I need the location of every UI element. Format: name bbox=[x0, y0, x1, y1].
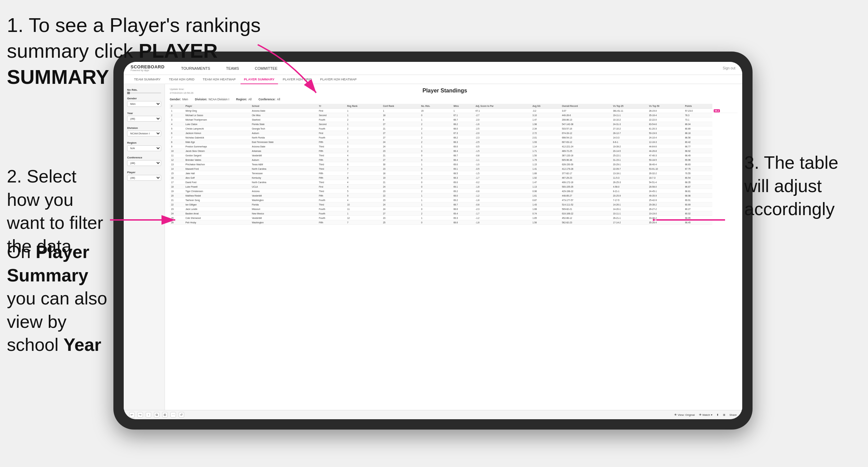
table-row: 3Michael ThorbjornsenStanfordFourth28168… bbox=[170, 118, 737, 122]
table-row: 8Mats EgeEast Tennessee StateFifth124268… bbox=[170, 140, 737, 144]
tab-player-h2h-grid[interactable]: PLAYER H2H GRID bbox=[279, 75, 315, 84]
col-no-rds: No. Rds. bbox=[420, 104, 452, 109]
col-reg-rank: Reg Rank bbox=[346, 104, 381, 109]
table-row: 2Michael Le SassoOle MissSecond118067.1-… bbox=[170, 113, 737, 118]
ann1-text: 1. To see a Player's rankings summary cl… bbox=[7, 14, 261, 88]
tablet-screen: SCOREBOARD Powered by dippi TOURNAMENTS … bbox=[124, 62, 742, 419]
main-content: No Rds. Gender Men Year (All) Division N… bbox=[124, 84, 742, 410]
col-player: Player bbox=[184, 104, 251, 109]
table-row: 6Jackson KoivunAuburnFirst127167.3-2.02.… bbox=[170, 131, 737, 135]
sidebar: No Rds. Gender Men Year (All) Division N… bbox=[124, 84, 165, 410]
annotation-step3: 3. The table will adjust accordingly bbox=[744, 151, 861, 221]
filter-region: Region: All bbox=[236, 98, 252, 101]
toolbar-view-section: 👁 View: Original 👁 Watch ▾ ⬆ ⊞ Share bbox=[674, 413, 737, 416]
annotation-step4: On Player Summary you can also view by s… bbox=[7, 241, 120, 357]
sidebar-gender-label: Gender bbox=[127, 97, 161, 100]
filter-conference: Conference: All bbox=[258, 98, 280, 101]
back-button[interactable]: ‹ bbox=[146, 412, 151, 418]
paste-button[interactable]: ⊞ bbox=[162, 412, 168, 418]
sidebar-division-select[interactable]: NCAA Division I bbox=[127, 131, 161, 136]
col-yr: Yr bbox=[318, 104, 346, 109]
table-row: 24Bastien AmatNew MexicoFourth127269.4-1… bbox=[170, 211, 737, 216]
col-conf-rank: Conf Rank bbox=[381, 104, 420, 109]
col-rank: # bbox=[170, 104, 184, 109]
nav-right: Sign out bbox=[723, 66, 735, 70]
sidebar-year-label: Year bbox=[127, 112, 161, 115]
standings-title: Player Standings bbox=[193, 88, 696, 94]
view-original-label[interactable]: 👁 View: Original bbox=[674, 413, 694, 416]
tablet-device: SCOREBOARD Powered by dippi TOURNAMENTS … bbox=[113, 52, 753, 430]
sidebar-gender-select[interactable]: Men bbox=[127, 101, 161, 107]
filter-division: Division: NCAA Division I bbox=[195, 98, 229, 101]
table-row: 13Phichaksn MaichonTexas A&MThird630169.… bbox=[170, 162, 737, 167]
col-points: Points bbox=[683, 104, 712, 109]
table-row: 16Alex GoffKentuckyFifth819068.3-1.71.92… bbox=[170, 176, 737, 180]
table-row: 5Christo LamprechtGeorgia TechFourth2212… bbox=[170, 126, 737, 131]
table-row: 10Jacob Skov OlesenArkansasFifth223068.4… bbox=[170, 149, 737, 153]
copy-button[interactable]: ⧉ bbox=[154, 412, 159, 418]
table-row: 15Jake HallTennesseeFifth718068.5-1.51.6… bbox=[170, 171, 737, 176]
sidebar-conference-select[interactable]: (All) bbox=[127, 160, 161, 166]
refresh-button[interactable]: ↺ bbox=[179, 412, 184, 418]
options-button[interactable]: ⋯ bbox=[170, 412, 176, 418]
bottom-toolbar: ↩ ↪ ‹ ⧉ ⊞ ⋯ ↺ 👁 View: Original 👁 Watch ▾… bbox=[124, 410, 742, 419]
col-vs-top50: Vs Top 50 bbox=[648, 104, 684, 109]
sidebar-region-select[interactable]: N/A bbox=[127, 145, 161, 151]
table-area: Update time:27/03/2024 16:56:26 Player S… bbox=[165, 84, 742, 410]
sidebar-conference-label: Conference bbox=[127, 156, 161, 159]
col-school: School bbox=[251, 104, 318, 109]
table-row: 18Luke PowellUCLAFirst424069.1-1.81.1350… bbox=[170, 185, 737, 189]
col-vs-top25: Vs Top 25 bbox=[612, 104, 648, 109]
grid-button[interactable]: ⊞ bbox=[723, 413, 725, 416]
sign-out-link[interactable]: Sign out bbox=[723, 66, 735, 70]
table-row: 20Matthew RiedelVanderbiltFifth922168.0-… bbox=[170, 193, 737, 198]
table-row: 11Gordon SargentVanderbiltThird421068.7-… bbox=[170, 153, 737, 158]
sidebar-player-label: Player bbox=[127, 171, 161, 174]
export-button[interactable]: ⬆ bbox=[716, 413, 719, 416]
table-row: 1Wenyi DingArizona StateFirst1115167.1-3… bbox=[170, 109, 737, 113]
sidebar-no-rds-slider[interactable] bbox=[127, 92, 161, 93]
tab-player-h2h-heatmap[interactable]: PLAYER H2H HEATMAP bbox=[317, 75, 360, 84]
sidebar-division-label: Division bbox=[127, 126, 161, 130]
table-row: 21Taehoon SongWashingtonFourth423169.2-1… bbox=[170, 198, 737, 202]
ann3-text: 3. The table will adjust accordingly bbox=[744, 153, 838, 219]
table-row: 7Nicholas GabrelcikNorth FloridaFourth12… bbox=[170, 135, 737, 140]
redo-button[interactable]: ↪ bbox=[137, 412, 143, 418]
table-row: 26Petr HrubyWashingtonFifth725068.6-1.81… bbox=[170, 220, 737, 225]
share-button[interactable]: Share bbox=[730, 413, 737, 416]
sidebar-player-select[interactable]: (All) bbox=[127, 175, 161, 181]
table-row: 14Maxwell FordNorth CarolinaThird723069.… bbox=[170, 167, 737, 171]
col-adj-score: Adj. Score to Par bbox=[474, 104, 531, 109]
filter-row: Gender: Men Division: NCAA Division I Re… bbox=[170, 98, 737, 101]
sidebar-year-select[interactable]: (All) bbox=[127, 116, 161, 122]
table-row: 25Cole SherwoodVanderbiltFourth1223169.3… bbox=[170, 216, 737, 220]
annotation-step1: 1. To see a Player's rankings summary cl… bbox=[7, 12, 268, 90]
filter-gender: Gender: Men bbox=[170, 98, 188, 101]
col-wins: Wins bbox=[452, 104, 474, 109]
table-row: 19Tiger ChristensenArizonaThird523269.2-… bbox=[170, 189, 737, 193]
col-avg-sg: Avg SG bbox=[531, 104, 561, 109]
table-row: 22Ian GilliganFloridaThird1024168.7-0.81… bbox=[170, 202, 737, 207]
table-row: 23Jack LundinMissouriFourth1124068.6-2.3… bbox=[170, 207, 737, 211]
undo-button[interactable]: ↩ bbox=[129, 412, 135, 418]
table-row: 9Preston SummerhaysArizona StateThird324… bbox=[170, 144, 737, 149]
table-row: 17David FordNorth CarolinaThird421069.0-… bbox=[170, 180, 737, 185]
table-row: 4Luke ClatonFlorida StateSecond127268.2-… bbox=[170, 122, 737, 126]
ann4-text: On Player Summary you can also view by s… bbox=[7, 242, 107, 355]
watch-label[interactable]: 👁 Watch ▾ bbox=[699, 413, 712, 416]
standings-table: # Player School Yr Reg Rank Conf Rank No… bbox=[170, 104, 737, 225]
col-overall: Overall Record bbox=[560, 104, 612, 109]
sidebar-region-label: Region bbox=[127, 141, 161, 144]
table-row: 12Brendan ValdesAuburnFifth527068.4-1.11… bbox=[170, 158, 737, 162]
